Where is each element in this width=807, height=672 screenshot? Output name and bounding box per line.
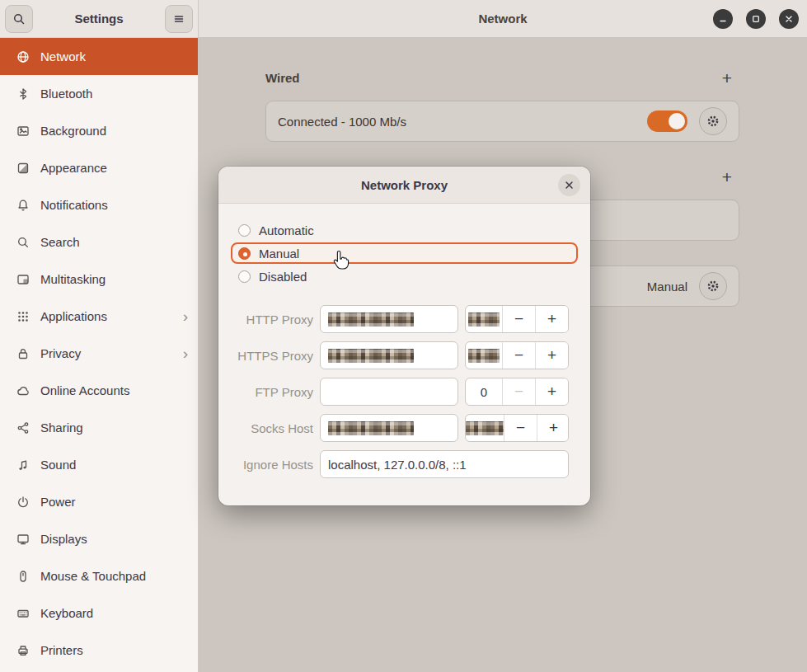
chevron-right-icon: ›	[183, 308, 188, 324]
proxy-form: HTTP Proxy − + HTTPS Proxy − + FTP Pro	[231, 305, 578, 478]
window-controls	[713, 9, 799, 29]
dialog-close-button[interactable]	[558, 174, 580, 196]
sidebar-item-privacy[interactable]: Privacy ›	[0, 335, 198, 372]
ignore-hosts-row: Ignore Hosts localhost, 127.0.0.0/8, ::1	[231, 450, 578, 478]
sidebar-item-sharing[interactable]: Sharing	[0, 409, 198, 446]
sidebar-item-displays[interactable]: Displays	[0, 520, 198, 557]
windows-icon	[16, 273, 30, 286]
sidebar-item-mouse-touchpad[interactable]: Mouse & Touchpad	[0, 557, 198, 594]
redacted-value	[466, 421, 504, 435]
sidebar-item-label: Notifications	[40, 198, 108, 212]
socks-host-label: Socks Host	[231, 421, 313, 435]
http-port-value[interactable]	[466, 306, 502, 332]
settings-sidebar: Settings Network Bluetooth Background Ap…	[0, 0, 199, 672]
sidebar-item-network[interactable]: Network	[0, 38, 198, 75]
redacted-value	[328, 421, 414, 435]
socks-port-value[interactable]	[466, 415, 504, 441]
power-icon	[16, 496, 30, 509]
dialog-title: Network Proxy	[361, 178, 448, 192]
sidebar-item-label: Printers	[40, 643, 83, 657]
ignore-hosts-value: localhost, 127.0.0.0/8, ::1	[328, 458, 467, 472]
option-label: Automatic	[259, 223, 314, 237]
proxy-option-automatic[interactable]: Automatic	[231, 219, 578, 241]
monitor-icon	[16, 533, 30, 546]
dialog-titlebar: Network Proxy	[218, 167, 590, 204]
sidebar-item-sound[interactable]: Sound	[0, 446, 198, 483]
minimize-button[interactable]	[713, 9, 733, 29]
maximize-icon	[752, 15, 760, 23]
sidebar-item-keyboard[interactable]: Keyboard	[0, 594, 198, 632]
http-port-spinner: − +	[465, 305, 569, 333]
https-port-increment-button[interactable]: +	[535, 342, 568, 369]
ftp-port-decrement-button[interactable]: −	[502, 378, 535, 405]
wired-toggle[interactable]	[647, 110, 687, 132]
network-proxy-dialog: Network Proxy Automatic Manual Disabled …	[218, 167, 590, 505]
bell-icon	[16, 199, 30, 212]
ignore-hosts-label: Ignore Hosts	[231, 458, 313, 472]
share-icon	[16, 421, 30, 435]
proxy-option-manual[interactable]: Manual	[231, 242, 578, 264]
search-button[interactable]	[5, 5, 33, 33]
socks-host-row: Socks Host − +	[231, 414, 578, 442]
ftp-proxy-row: FTP Proxy 0 − +	[231, 378, 578, 406]
ftp-port-increment-button[interactable]: +	[535, 378, 568, 405]
proxy-mode-value: Manual	[647, 280, 687, 294]
cloud-icon	[16, 384, 30, 397]
sidebar-item-applications[interactable]: Applications ›	[0, 298, 198, 335]
sidebar-item-multitasking[interactable]: Multitasking	[0, 261, 198, 298]
hamburger-icon	[172, 12, 185, 26]
proxy-option-disabled[interactable]: Disabled	[231, 266, 578, 287]
http-proxy-label: HTTP Proxy	[231, 313, 313, 327]
sidebar-item-bluetooth[interactable]: Bluetooth	[0, 75, 198, 112]
https-proxy-input[interactable]	[320, 341, 458, 369]
globe-icon	[16, 50, 30, 63]
ftp-proxy-input[interactable]	[320, 378, 458, 406]
radio-icon	[238, 270, 251, 283]
redacted-value	[468, 313, 500, 327]
sidebar-item-label: Network	[40, 49, 86, 63]
sidebar-item-label: Displays	[40, 532, 87, 546]
wired-connection-row[interactable]: Connected - 1000 Mb/s	[265, 101, 739, 142]
socks-host-input[interactable]	[320, 414, 458, 442]
wired-section-title: Wired	[265, 71, 300, 85]
sidebar-item-search[interactable]: Search	[0, 223, 198, 261]
sidebar-item-appearance[interactable]: Appearance	[0, 149, 198, 186]
radio-icon	[238, 224, 251, 237]
close-button[interactable]	[779, 9, 799, 29]
magnifier-icon	[16, 236, 30, 249]
minimize-icon	[719, 15, 727, 23]
gear-icon	[706, 115, 720, 128]
sidebar-item-label: Keyboard	[40, 606, 93, 620]
grid-icon	[16, 310, 30, 323]
socks-port-decrement-button[interactable]: −	[504, 415, 537, 441]
http-proxy-row: HTTP Proxy − +	[231, 305, 578, 333]
maximize-button[interactable]	[746, 9, 766, 29]
proxy-settings-button[interactable]	[699, 272, 727, 300]
http-port-increment-button[interactable]: +	[535, 306, 568, 332]
sidebar-item-label: Appearance	[40, 161, 107, 175]
ignore-hosts-input[interactable]: localhost, 127.0.0.0/8, ::1	[320, 450, 569, 478]
sidebar-item-notifications[interactable]: Notifications	[0, 186, 198, 223]
add-vpn-button[interactable]: +	[716, 167, 738, 188]
sidebar-item-background[interactable]: Background	[0, 112, 198, 149]
sidebar-item-label: Applications	[40, 309, 107, 323]
wired-settings-button[interactable]	[699, 107, 727, 135]
sidebar-item-printers[interactable]: Printers	[0, 632, 198, 669]
main-headerbar: Network	[199, 0, 807, 38]
https-port-decrement-button[interactable]: −	[502, 342, 535, 369]
ftp-port-value[interactable]: 0	[466, 378, 502, 405]
redacted-value	[328, 313, 414, 327]
menu-button[interactable]	[165, 5, 193, 33]
sidebar-item-power[interactable]: Power	[0, 483, 198, 520]
lock-icon	[16, 347, 30, 360]
socks-port-spinner: − +	[465, 414, 569, 442]
http-proxy-input[interactable]	[320, 305, 458, 333]
sidebar-item-online-accounts[interactable]: Online Accounts	[0, 372, 198, 409]
http-port-decrement-button[interactable]: −	[502, 306, 535, 332]
https-port-value[interactable]	[466, 342, 502, 369]
socks-port-increment-button[interactable]: +	[537, 415, 569, 441]
plus-icon: +	[722, 167, 732, 187]
sidebar-item-label: Sound	[40, 458, 76, 472]
sidebar-item-label: Privacy	[40, 346, 81, 360]
add-wired-button[interactable]: +	[716, 68, 738, 89]
